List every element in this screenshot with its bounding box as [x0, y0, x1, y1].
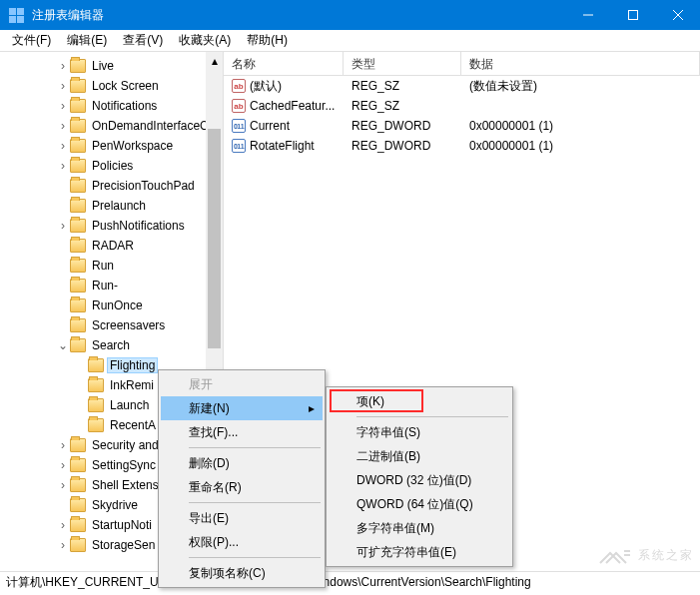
col-data[interactable]: 数据: [461, 52, 700, 75]
ctx-new-dword[interactable]: DWORD (32 位)值(D): [329, 468, 510, 492]
chevron-right-icon[interactable]: ›: [56, 119, 70, 133]
list-body: (默认)REG_SZ(数值未设置)CachedFeatur...REG_SZCu…: [224, 76, 700, 156]
folder-icon: [88, 398, 104, 412]
separator: [189, 502, 321, 503]
string-value-icon: [232, 99, 246, 113]
value-name: CachedFeatur...: [250, 99, 335, 113]
tree-item-label: SettingSync: [90, 458, 158, 472]
context-menu-new: 项(K) 字符串值(S) 二进制值(B) DWORD (32 位)值(D) QW…: [326, 386, 513, 567]
dword-value-icon: [232, 119, 246, 133]
chevron-right-icon[interactable]: ›: [56, 219, 70, 233]
chevron-right-icon[interactable]: ›: [56, 518, 70, 532]
folder-icon: [88, 358, 104, 372]
list-row[interactable]: RotateFlightREG_DWORD0x00000001 (1): [224, 136, 700, 156]
tree-item-label: Run-: [90, 279, 120, 293]
separator: [356, 416, 508, 417]
folder-icon: [70, 159, 86, 173]
ctx-delete[interactable]: 删除(D): [161, 451, 323, 475]
chevron-right-icon[interactable]: ›: [56, 79, 70, 93]
ctx-new-qword[interactable]: QWORD (64 位)值(Q): [329, 492, 510, 516]
chevron-down-icon[interactable]: ⌄: [56, 338, 70, 352]
folder-icon: [70, 478, 86, 492]
minimize-button[interactable]: [565, 0, 610, 30]
folder-icon: [70, 259, 86, 273]
tree-item[interactable]: ›Live: [0, 56, 223, 76]
value-data: 0x00000001 (1): [461, 119, 700, 133]
tree-item-label: Notifications: [90, 99, 159, 113]
value-name: (默认): [250, 78, 282, 95]
chevron-right-icon[interactable]: ›: [56, 478, 70, 492]
maximize-button[interactable]: [610, 0, 655, 30]
chevron-right-icon[interactable]: ›: [56, 59, 70, 73]
col-type[interactable]: 类型: [344, 52, 461, 75]
close-button[interactable]: [655, 0, 700, 30]
menu-edit[interactable]: 编辑(E): [59, 30, 115, 51]
menu-view[interactable]: 查看(V): [115, 30, 171, 51]
menu-favorites[interactable]: 收藏夹(A): [171, 30, 239, 51]
value-type: REG_SZ: [344, 99, 461, 113]
statusbar: 计算机\HKEY_CURRENT_USER\SOFTWARE\Microsoft…: [0, 571, 700, 593]
tree-item[interactable]: Screensavers: [0, 315, 223, 335]
folder-icon: [70, 139, 86, 153]
scroll-thumb[interactable]: [208, 129, 221, 348]
ctx-copy-key-name[interactable]: 复制项名称(C): [161, 561, 323, 585]
tree-item[interactable]: Run-: [0, 276, 223, 296]
tree-item[interactable]: ›PushNotifications: [0, 216, 223, 236]
value-name: Current: [250, 119, 290, 133]
tree-item[interactable]: ›PenWorkspace: [0, 136, 223, 156]
folder-icon: [70, 498, 86, 512]
tree-item-label: InkRemi: [108, 378, 156, 392]
ctx-permissions[interactable]: 权限(P)...: [161, 530, 323, 554]
ctx-new-key[interactable]: 项(K): [329, 389, 510, 413]
scroll-up-button[interactable]: ▴: [206, 52, 223, 69]
tree-item[interactable]: PrecisionTouchPad: [0, 176, 223, 196]
folder-icon: [70, 279, 86, 293]
tree-item[interactable]: ›Lock Screen: [0, 76, 223, 96]
menu-help[interactable]: 帮助(H): [239, 30, 296, 51]
tree-item[interactable]: ⌄Search: [0, 335, 223, 355]
tree-item-label: Screensavers: [90, 318, 167, 332]
ctx-new-expand[interactable]: 可扩充字符串值(E): [329, 540, 510, 564]
ctx-new-binary[interactable]: 二进制值(B): [329, 444, 510, 468]
tree-item[interactable]: RunOnce: [0, 296, 223, 315]
ctx-find[interactable]: 查找(F)...: [161, 420, 323, 444]
chevron-right-icon[interactable]: ›: [56, 458, 70, 472]
list-row[interactable]: CachedFeatur...REG_SZ: [224, 96, 700, 116]
tree-item[interactable]: ›Notifications: [0, 96, 223, 116]
ctx-export[interactable]: 导出(E): [161, 506, 323, 530]
chevron-right-icon[interactable]: ›: [56, 438, 70, 452]
folder-icon: [70, 59, 86, 73]
tree-item[interactable]: ›OnDemandInterfaceC: [0, 116, 223, 136]
folder-icon: [88, 378, 104, 392]
folder-icon: [70, 318, 86, 332]
list-header: 名称 类型 数据: [224, 52, 700, 76]
ctx-expand[interactable]: 展开: [161, 372, 323, 396]
menubar: 文件(F) 编辑(E) 查看(V) 收藏夹(A) 帮助(H): [0, 30, 700, 52]
chevron-right-icon[interactable]: ›: [56, 139, 70, 153]
ctx-new-string[interactable]: 字符串值(S): [329, 420, 510, 444]
value-data: (数值未设置): [461, 78, 700, 95]
folder-icon: [88, 418, 104, 432]
list-row[interactable]: (默认)REG_SZ(数值未设置): [224, 76, 700, 96]
value-type: REG_SZ: [344, 79, 461, 93]
ctx-rename[interactable]: 重命名(R): [161, 475, 323, 499]
ctx-new-multi[interactable]: 多字符串值(M): [329, 516, 510, 540]
chevron-right-icon[interactable]: ›: [56, 99, 70, 113]
submenu-arrow-icon: ▸: [309, 401, 315, 415]
col-name[interactable]: 名称: [224, 52, 344, 75]
ctx-new[interactable]: 新建(N)▸: [161, 396, 323, 420]
tree-item-label: Search: [90, 338, 132, 352]
tree-item[interactable]: ›Policies: [0, 156, 223, 176]
tree-item-label: Launch: [108, 398, 151, 412]
tree-item[interactable]: RADAR: [0, 236, 223, 256]
chevron-right-icon[interactable]: ›: [56, 159, 70, 173]
folder-icon: [70, 219, 86, 233]
folder-icon: [70, 298, 86, 312]
tree-item[interactable]: Run: [0, 256, 223, 276]
chevron-right-icon[interactable]: ›: [56, 538, 70, 552]
menu-file[interactable]: 文件(F): [4, 30, 59, 51]
tree-item-label: Run: [90, 259, 116, 273]
list-row[interactable]: CurrentREG_DWORD0x00000001 (1): [224, 116, 700, 136]
folder-icon: [70, 199, 86, 213]
tree-item[interactable]: Prelaunch: [0, 196, 223, 216]
